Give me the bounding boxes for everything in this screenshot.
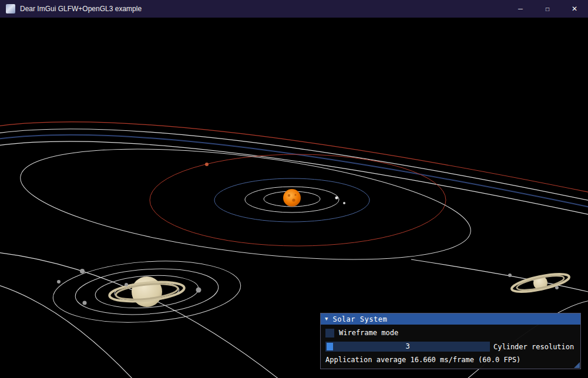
gl-viewport[interactable]: ▼ Solar System Wireframe mode 3 Cylinder… [0,18,588,378]
orbit-outer-red [0,122,588,193]
orbit-arc-saturn [0,252,282,378]
window-controls: ─ □ ✕ [507,0,588,18]
stats-text: Application average 16.660 ms/frame (60.… [325,356,576,364]
bottom-left-arcs [0,252,282,378]
moon [555,286,559,289]
moon [508,274,512,277]
moon [196,288,201,293]
cylinder-resolution-row: 3 Cylinder resolution [325,342,576,352]
imgui-titlebar[interactable]: ▼ Solar System [321,313,580,325]
collapse-arrow-icon[interactable]: ▼ [325,313,328,325]
imgui-window-solar-system: ▼ Solar System Wireframe mode 3 Cylinder… [320,313,581,369]
moon [80,269,85,274]
mars-planet [205,163,209,166]
sun-spot [288,194,290,197]
app-icon [6,4,15,14]
wireframe-checkbox[interactable] [325,329,334,338]
wireframe-row: Wireframe mode [325,328,576,338]
cylinder-resolution-slider[interactable]: 3 [325,342,490,352]
slider-label: Cylinder resolution [493,343,574,351]
orbit-jupiter [15,129,476,280]
moon [83,301,87,305]
imgui-body: Wireframe mode 3 Cylinder resolution App… [321,325,580,369]
wireframe-label: Wireframe mode [339,329,398,337]
close-button[interactable]: ✕ [561,0,588,18]
app-window: Dear ImGui GLFW+OpenGL3 example ─ □ ✕ [0,0,588,378]
slider-value: 3 [325,342,490,352]
minimize-button[interactable]: ─ [507,0,534,18]
sun-spot [294,194,296,195]
imgui-window-title: Solar System [332,315,387,323]
moon [57,280,61,284]
window-title: Dear ImGui GLFW+OpenGL3 example [20,5,142,13]
sun [283,189,301,207]
maximize-button[interactable]: □ [534,0,561,18]
small-planet [343,202,345,204]
titlebar[interactable]: Dear ImGui GLFW+OpenGL3 example ─ □ ✕ [0,0,588,18]
small-planet [335,197,338,200]
resize-grip[interactable] [574,362,580,368]
inner-orbits [15,129,476,280]
moon [125,283,128,286]
sun-spot [292,198,295,201]
